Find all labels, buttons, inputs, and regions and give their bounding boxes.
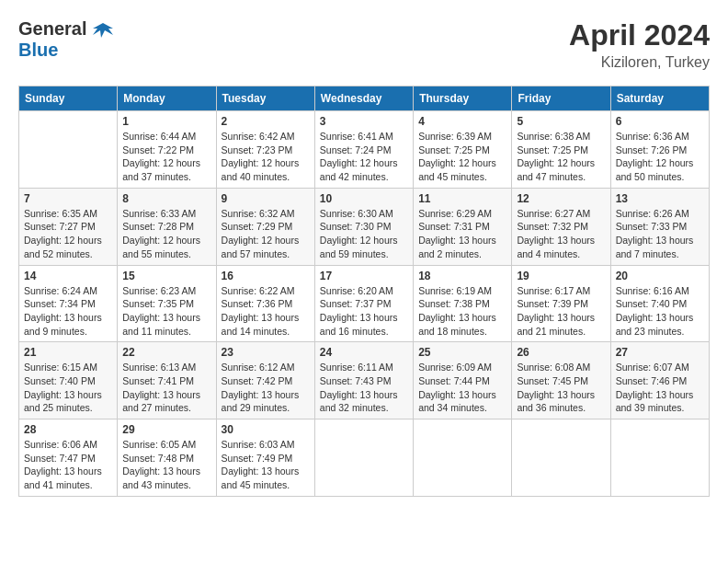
day-number: 18	[418, 270, 506, 282]
sunrise-text: Sunrise: 6:11 AM	[320, 362, 393, 373]
calendar-cell: 7 Sunrise: 6:35 AM Sunset: 7:27 PM Dayli…	[19, 188, 118, 265]
daylight-text: Daylight: 13 hours and 9 minutes.	[24, 312, 102, 337]
daylight-text: Daylight: 13 hours and 18 minutes.	[418, 312, 496, 337]
day-info: Sunrise: 6:23 AM Sunset: 7:35 PM Dayligh…	[122, 284, 210, 339]
calendar-cell: 20 Sunrise: 6:16 AM Sunset: 7:40 PM Dayl…	[610, 265, 709, 342]
daylight-text: Daylight: 13 hours and 43 minutes.	[122, 465, 200, 490]
calendar-cell: 14 Sunrise: 6:24 AM Sunset: 7:34 PM Dayl…	[19, 265, 118, 342]
day-info: Sunrise: 6:06 AM Sunset: 7:47 PM Dayligh…	[24, 438, 112, 492]
daylight-text: Daylight: 13 hours and 2 minutes.	[418, 235, 496, 259]
daylight-text: Daylight: 13 hours and 45 minutes.	[222, 465, 300, 490]
sunrise-text: Sunrise: 6:22 AM	[222, 285, 295, 296]
daylight-text: Daylight: 12 hours and 42 minutes.	[320, 157, 398, 182]
day-number: 4	[418, 115, 506, 128]
calendar-cell: 15 Sunrise: 6:23 AM Sunset: 7:35 PM Dayl…	[118, 265, 216, 342]
sunset-text: Sunset: 7:36 PM	[222, 298, 293, 309]
calendar-cell: 6 Sunrise: 6:36 AM Sunset: 7:26 PM Dayli…	[610, 111, 709, 189]
sunset-text: Sunset: 7:40 PM	[24, 375, 96, 386]
daylight-text: Daylight: 13 hours and 4 minutes.	[517, 235, 595, 259]
logo-bird-svg	[93, 22, 113, 39]
day-number: 24	[320, 346, 408, 359]
calendar-cell: 26 Sunrise: 6:08 AM Sunset: 7:45 PM Dayl…	[512, 342, 610, 419]
day-info: Sunrise: 6:38 AM Sunset: 7:25 PM Dayligh…	[517, 130, 605, 184]
sunrise-text: Sunrise: 6:29 AM	[418, 208, 492, 219]
sunrise-text: Sunrise: 6:16 AM	[616, 285, 689, 296]
calendar-header-thursday: Thursday	[414, 86, 512, 111]
day-info: Sunrise: 6:27 AM Sunset: 7:32 PM Dayligh…	[517, 207, 605, 261]
sunset-text: Sunset: 7:29 PM	[222, 221, 293, 232]
day-number: 1	[122, 115, 210, 128]
month-title: April 2024	[569, 18, 710, 52]
daylight-text: Daylight: 13 hours and 34 minutes.	[418, 389, 496, 414]
sunset-text: Sunset: 7:34 PM	[24, 298, 96, 309]
day-number: 13	[616, 192, 704, 205]
calendar-cell	[512, 419, 610, 497]
calendar-header-wednesday: Wednesday	[314, 86, 413, 111]
day-number: 23	[222, 346, 310, 359]
day-info: Sunrise: 6:22 AM Sunset: 7:36 PM Dayligh…	[222, 284, 310, 339]
header: General Blue April 2024 Kiziloren, Turke…	[18, 18, 710, 71]
sunset-text: Sunset: 7:32 PM	[517, 221, 588, 232]
calendar-cell: 10 Sunrise: 6:30 AM Sunset: 7:30 PM Dayl…	[314, 188, 413, 265]
sunrise-text: Sunrise: 6:24 AM	[24, 285, 97, 296]
calendar-cell: 1 Sunrise: 6:44 AM Sunset: 7:22 PM Dayli…	[118, 111, 216, 189]
sunset-text: Sunset: 7:40 PM	[616, 298, 688, 309]
sunrise-text: Sunrise: 6:33 AM	[122, 208, 196, 219]
day-number: 25	[418, 346, 506, 359]
day-info: Sunrise: 6:32 AM Sunset: 7:29 PM Dayligh…	[222, 207, 310, 261]
day-number: 20	[616, 270, 704, 282]
sunset-text: Sunset: 7:44 PM	[418, 375, 490, 386]
day-number: 10	[320, 192, 408, 205]
daylight-text: Daylight: 13 hours and 29 minutes.	[222, 389, 300, 414]
calendar-header-monday: Monday	[118, 86, 216, 111]
calendar-cell: 11 Sunrise: 6:29 AM Sunset: 7:31 PM Dayl…	[414, 188, 512, 265]
calendar-cell	[19, 111, 118, 189]
calendar-header-sunday: Sunday	[19, 86, 118, 111]
day-number: 8	[122, 192, 210, 205]
calendar-cell: 5 Sunrise: 6:38 AM Sunset: 7:25 PM Dayli…	[512, 111, 610, 189]
day-info: Sunrise: 6:07 AM Sunset: 7:46 PM Dayligh…	[616, 361, 704, 415]
daylight-text: Daylight: 13 hours and 16 minutes.	[320, 312, 398, 337]
day-number: 2	[222, 115, 310, 128]
day-number: 11	[418, 192, 506, 205]
daylight-text: Daylight: 13 hours and 36 minutes.	[517, 389, 595, 414]
daylight-text: Daylight: 13 hours and 25 minutes.	[24, 389, 102, 414]
sunrise-text: Sunrise: 6:27 AM	[517, 208, 590, 219]
daylight-text: Daylight: 12 hours and 50 minutes.	[616, 157, 694, 182]
day-number: 28	[24, 423, 112, 436]
sunrise-text: Sunrise: 6:05 AM	[122, 439, 196, 450]
sunrise-text: Sunrise: 6:12 AM	[222, 362, 295, 373]
calendar-week-row-5: 28 Sunrise: 6:06 AM Sunset: 7:47 PM Dayl…	[19, 419, 710, 497]
day-info: Sunrise: 6:24 AM Sunset: 7:34 PM Dayligh…	[24, 284, 112, 339]
calendar-cell: 3 Sunrise: 6:41 AM Sunset: 7:24 PM Dayli…	[314, 111, 413, 189]
sunset-text: Sunset: 7:31 PM	[418, 221, 490, 232]
day-info: Sunrise: 6:11 AM Sunset: 7:43 PM Dayligh…	[320, 361, 408, 415]
daylight-text: Daylight: 13 hours and 39 minutes.	[616, 389, 694, 414]
daylight-text: Daylight: 12 hours and 37 minutes.	[122, 157, 200, 182]
calendar-cell: 9 Sunrise: 6:32 AM Sunset: 7:29 PM Dayli…	[216, 188, 314, 265]
day-number: 17	[320, 270, 408, 282]
sunrise-text: Sunrise: 6:19 AM	[418, 285, 492, 296]
calendar-cell: 17 Sunrise: 6:20 AM Sunset: 7:37 PM Dayl…	[314, 265, 413, 342]
sunset-text: Sunset: 7:22 PM	[122, 144, 194, 155]
daylight-text: Daylight: 13 hours and 32 minutes.	[320, 389, 398, 414]
sunrise-text: Sunrise: 6:08 AM	[517, 362, 590, 373]
calendar-header-tuesday: Tuesday	[216, 86, 314, 111]
day-info: Sunrise: 6:35 AM Sunset: 7:27 PM Dayligh…	[24, 207, 112, 261]
calendar-cell: 30 Sunrise: 6:03 AM Sunset: 7:49 PM Dayl…	[216, 419, 314, 497]
sunset-text: Sunset: 7:33 PM	[616, 221, 688, 232]
day-number: 14	[24, 270, 112, 282]
calendar-cell: 16 Sunrise: 6:22 AM Sunset: 7:36 PM Dayl…	[216, 265, 314, 342]
sunset-text: Sunset: 7:47 PM	[24, 453, 96, 464]
calendar-cell: 13 Sunrise: 6:26 AM Sunset: 7:33 PM Dayl…	[610, 188, 709, 265]
day-number: 12	[517, 192, 605, 205]
sunset-text: Sunset: 7:35 PM	[122, 298, 194, 309]
sunset-text: Sunset: 7:42 PM	[222, 375, 293, 386]
calendar-header-saturday: Saturday	[610, 86, 709, 111]
calendar-cell: 22 Sunrise: 6:13 AM Sunset: 7:41 PM Dayl…	[118, 342, 216, 419]
sunset-text: Sunset: 7:45 PM	[517, 375, 588, 386]
sunrise-text: Sunrise: 6:20 AM	[320, 285, 393, 296]
day-info: Sunrise: 6:15 AM Sunset: 7:40 PM Dayligh…	[24, 361, 112, 415]
day-info: Sunrise: 6:05 AM Sunset: 7:48 PM Dayligh…	[122, 438, 210, 492]
logo-general: General	[18, 18, 86, 39]
